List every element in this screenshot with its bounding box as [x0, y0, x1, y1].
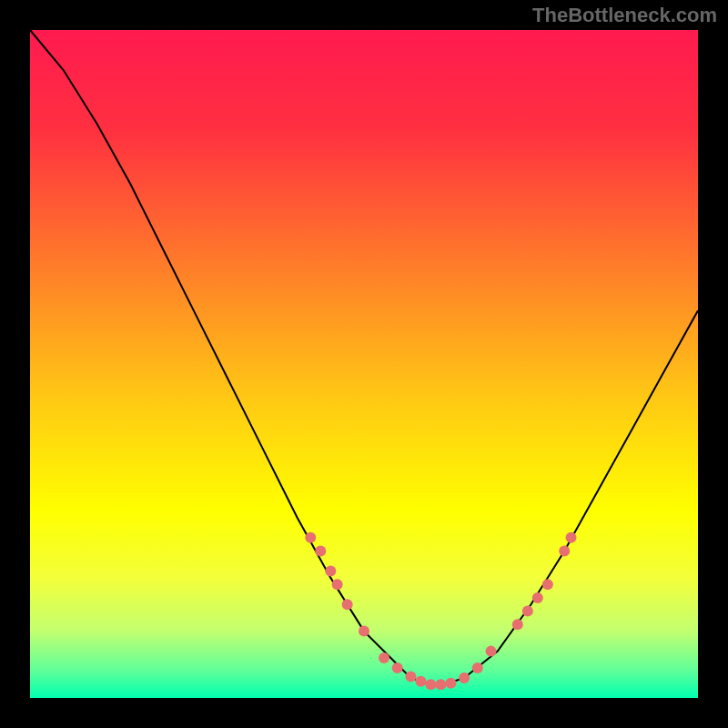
marker-point	[415, 676, 426, 687]
marker-point	[305, 532, 316, 543]
watermark-text: TheBottleneck.com	[532, 4, 717, 27]
marker-point	[485, 646, 496, 657]
marker-point	[459, 672, 470, 683]
marker-point	[315, 546, 326, 557]
marker-point	[542, 579, 553, 590]
marker-point	[559, 546, 570, 557]
marker-point	[435, 679, 446, 690]
chart-container	[0, 0, 728, 728]
marker-point	[392, 662, 403, 673]
marker-point	[332, 579, 343, 590]
marker-point	[566, 532, 577, 543]
marker-point	[522, 606, 533, 617]
marker-point	[532, 592, 543, 603]
marker-point	[342, 599, 353, 610]
marker-point	[379, 652, 389, 663]
marker-point	[472, 662, 483, 673]
marker-point	[445, 678, 456, 689]
marker-point	[405, 672, 416, 682]
marker-point	[425, 679, 436, 690]
marker-point	[325, 566, 336, 577]
bottleneck-chart	[0, 0, 728, 728]
marker-point	[512, 619, 523, 630]
marker-point	[359, 626, 369, 637]
chart-gradient-bg	[30, 30, 698, 698]
